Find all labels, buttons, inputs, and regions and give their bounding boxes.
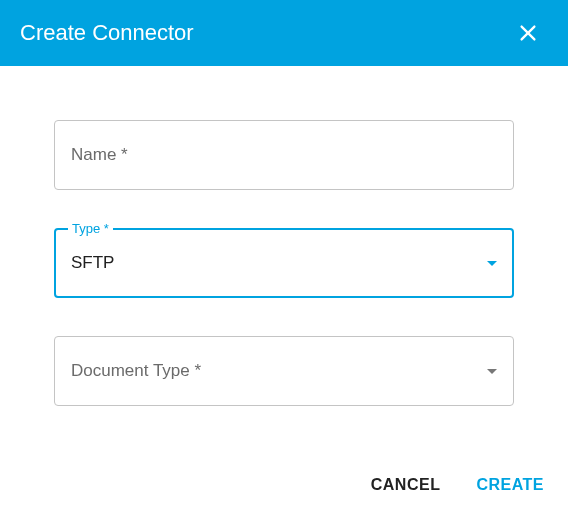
type-select[interactable]: Type * SFTP xyxy=(54,228,514,298)
dialog-content: Type * SFTP Document Type * xyxy=(0,66,568,406)
dialog-actions: CANCEL CREATE xyxy=(367,468,548,502)
document-type-placeholder: Document Type * xyxy=(71,361,487,381)
name-input[interactable] xyxy=(71,145,497,165)
name-input-container[interactable] xyxy=(54,120,514,190)
name-field xyxy=(54,120,514,190)
type-field: Type * SFTP xyxy=(54,228,514,298)
chevron-down-icon xyxy=(487,369,497,374)
chevron-down-icon xyxy=(487,261,497,266)
dialog-title: Create Connector xyxy=(20,20,194,46)
document-type-field: Document Type * xyxy=(54,336,514,406)
type-value: SFTP xyxy=(71,253,487,273)
create-button[interactable]: CREATE xyxy=(472,468,548,502)
close-icon xyxy=(517,22,539,44)
type-select-inner: SFTP xyxy=(71,253,497,273)
document-type-select[interactable]: Document Type * xyxy=(54,336,514,406)
type-label: Type * xyxy=(68,221,113,236)
close-button[interactable] xyxy=(508,13,548,53)
cancel-button[interactable]: CANCEL xyxy=(367,468,445,502)
document-type-select-inner: Document Type * xyxy=(71,361,497,381)
dialog-header: Create Connector xyxy=(0,0,568,66)
